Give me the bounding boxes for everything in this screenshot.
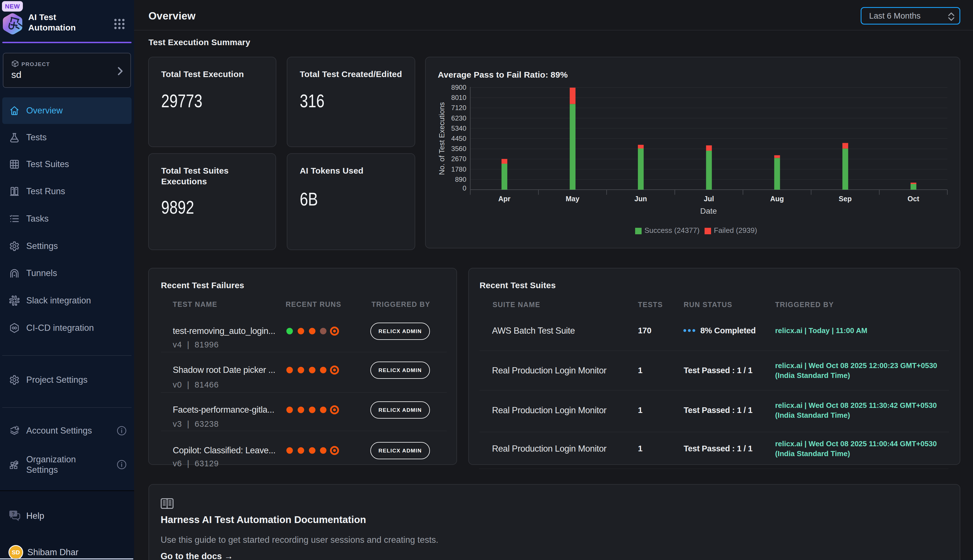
svg-text:7120: 7120 (452, 104, 467, 112)
svg-text:No. of Test Executions: No. of Test Executions (438, 102, 446, 175)
svg-text:0: 0 (463, 184, 467, 192)
svg-text:?: ? (12, 511, 15, 517)
svg-text:5340: 5340 (452, 125, 467, 132)
svg-text:Jun: Jun (635, 195, 647, 203)
svg-text:Success (24377): Success (24377) (645, 226, 700, 235)
svg-text:890: 890 (455, 175, 467, 183)
svg-text:Apr: Apr (498, 195, 510, 203)
svg-text:Sep: Sep (839, 195, 851, 203)
svg-text:3560: 3560 (452, 145, 467, 152)
svg-text:Jul: Jul (704, 195, 714, 203)
svg-text:8010: 8010 (452, 94, 467, 101)
svg-text:6230: 6230 (452, 114, 467, 122)
svg-text:Aug: Aug (770, 195, 784, 203)
svg-text:2670: 2670 (452, 155, 467, 163)
svg-text:1780: 1780 (452, 165, 467, 173)
svg-text:4450: 4450 (452, 135, 467, 142)
svg-text:8900: 8900 (452, 83, 467, 91)
svg-text:May: May (566, 195, 580, 203)
svg-text:Failed (2939): Failed (2939) (714, 226, 757, 235)
svg-text:Date: Date (700, 207, 717, 215)
svg-text:Oct: Oct (908, 195, 920, 203)
